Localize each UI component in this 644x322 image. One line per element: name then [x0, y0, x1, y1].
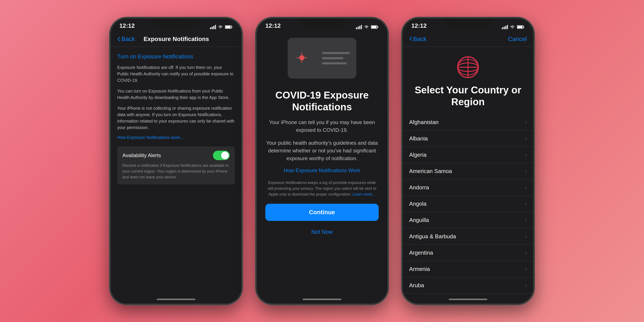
- svg-rect-6: [232, 26, 232, 28]
- how-link-1[interactable]: How Exposure Notifications work...: [117, 135, 235, 140]
- home-indicator-1: [111, 295, 241, 304]
- country-item-10[interactable]: Aruba ›: [403, 277, 533, 294]
- country-name-5: Angola: [409, 200, 426, 207]
- country-item-9[interactable]: Armenia ›: [403, 261, 533, 277]
- phone-1: 12:12: [110, 17, 242, 305]
- toggle-thumb: [221, 152, 229, 159]
- chevron-icon-3: ›: [525, 168, 527, 174]
- chevron-icon-5: ›: [525, 201, 527, 207]
- desc1: Exposure Notifications are off. If you t…: [117, 64, 235, 84]
- status-icons-1: [210, 25, 233, 29]
- status-time-1: 12:12: [119, 22, 135, 29]
- svg-rect-12: [371, 26, 376, 28]
- globe-icon: [456, 56, 480, 79]
- svg-rect-19: [502, 28, 503, 29]
- battery-icon: [225, 25, 233, 29]
- phone-1-screen: 12:12: [111, 18, 241, 304]
- screen2-content: COVID-19 Exposure Notifications Your iPh…: [257, 31, 387, 295]
- illus-lines: [322, 52, 350, 64]
- svg-rect-10: [361, 25, 362, 29]
- status-time-2: 12:12: [265, 22, 281, 29]
- notch-3: [444, 18, 492, 26]
- chevron-icon-0: ›: [525, 120, 527, 125]
- country-name-2: Algeria: [409, 152, 426, 158]
- signal-icon-3: [502, 25, 508, 29]
- chevron-icon-8: ›: [525, 250, 527, 256]
- svg-rect-9: [359, 26, 360, 29]
- how-link-2[interactable]: How Exposure Notifications Work: [284, 168, 360, 174]
- svg-rect-1: [212, 26, 213, 29]
- svg-rect-22: [507, 25, 508, 29]
- country-item-6[interactable]: Anguilla ›: [403, 212, 533, 228]
- chevron-icon-1: ›: [525, 136, 527, 142]
- toggle-label: Availability Alerts: [122, 152, 161, 158]
- country-name-7: Antigua & Barbuda: [409, 233, 456, 240]
- chevron-icon-2: ›: [525, 152, 527, 158]
- covid-title: COVID-19 Exposure Notifications: [265, 89, 379, 113]
- continue-button[interactable]: Continue: [265, 204, 379, 221]
- signal-icon-2: [356, 25, 362, 29]
- chevron-icon-6: ›: [525, 218, 527, 223]
- toggle-section: Availability Alerts Receive a notificati…: [117, 146, 235, 184]
- illustration-box: [288, 38, 356, 78]
- country-item-3[interactable]: American Samoa ›: [403, 163, 533, 180]
- nav-title-1: Exposure Notifications: [135, 36, 218, 42]
- country-name-8: Argentina: [409, 250, 433, 256]
- battery-icon-3: [517, 25, 525, 29]
- desc2: You can turn on Exposure Notifications f…: [117, 88, 235, 101]
- chevron-icon-4: ›: [525, 185, 527, 190]
- select-title: Select Your Country or Region: [403, 84, 533, 108]
- country-item-8[interactable]: Argentina ›: [403, 245, 533, 261]
- phone-2: 12:12: [256, 17, 388, 305]
- country-item-4[interactable]: Andorra ›: [403, 180, 533, 196]
- country-name-1: Albania: [409, 135, 428, 142]
- wifi-icon-2: [364, 25, 369, 29]
- svg-rect-20: [504, 26, 505, 29]
- desc3: Your iPhone is not collecting or sharing…: [117, 105, 235, 131]
- svg-rect-24: [517, 26, 522, 28]
- home-bar-2: [303, 298, 341, 300]
- battery-icon-2: [371, 25, 379, 29]
- country-list: Afghanistan › Albania › Algeria › Americ…: [403, 114, 533, 295]
- chevron-icon-9: ›: [525, 266, 527, 272]
- illus-line-3: [322, 62, 347, 64]
- turn-on-link[interactable]: Turn on Exposure Notifications: [117, 53, 235, 60]
- privacy-note: Exposure Notifications keeps a log of po…: [265, 180, 379, 197]
- country-item-0[interactable]: Afghanistan ›: [403, 114, 533, 130]
- notch-1: [152, 18, 200, 26]
- country-item-2[interactable]: Algeria ›: [403, 147, 533, 163]
- toggle-desc: Receive a notification if Exposure Notif…: [122, 163, 230, 180]
- learn-more-link[interactable]: Learn more...: [352, 192, 376, 196]
- availability-alerts-toggle[interactable]: [213, 151, 230, 160]
- country-name-9: Armenia: [409, 266, 430, 272]
- toggle-row: Availability Alerts: [122, 151, 230, 160]
- svg-rect-2: [214, 26, 214, 29]
- status-icons-3: [502, 25, 525, 29]
- not-now-button[interactable]: Not Now: [308, 225, 336, 239]
- country-name-6: Anguilla: [409, 217, 429, 224]
- illus-line-1: [322, 52, 350, 54]
- svg-rect-0: [210, 28, 211, 29]
- country-item-1[interactable]: Albania ›: [403, 130, 533, 147]
- country-item-7[interactable]: Antigua & Barbuda ›: [403, 228, 533, 245]
- svg-point-14: [299, 55, 304, 60]
- globe-icon-container: [403, 56, 533, 79]
- back-button-1[interactable]: Back: [117, 36, 135, 42]
- cancel-button[interactable]: Cancel: [508, 36, 527, 42]
- back-button-3[interactable]: Back: [409, 36, 426, 42]
- phone-3-screen: 12:12: [403, 18, 533, 304]
- home-bar-1: [157, 298, 195, 300]
- country-item-5[interactable]: Angola ›: [403, 196, 533, 212]
- screen3-nav: Back Cancel: [403, 31, 533, 47]
- home-indicator-2: [257, 295, 387, 304]
- svg-rect-7: [356, 28, 357, 29]
- covid-desc2: Your public health authority's guideline…: [265, 139, 379, 162]
- country-name-10: Aruba: [409, 282, 424, 289]
- wifi-icon: [218, 25, 223, 29]
- svg-rect-21: [505, 26, 506, 29]
- svg-rect-13: [378, 26, 378, 28]
- home-bar-3: [449, 298, 487, 300]
- status-time-3: 12:12: [411, 22, 427, 29]
- chevron-icon-10: ›: [525, 283, 527, 288]
- notch-2: [298, 18, 346, 26]
